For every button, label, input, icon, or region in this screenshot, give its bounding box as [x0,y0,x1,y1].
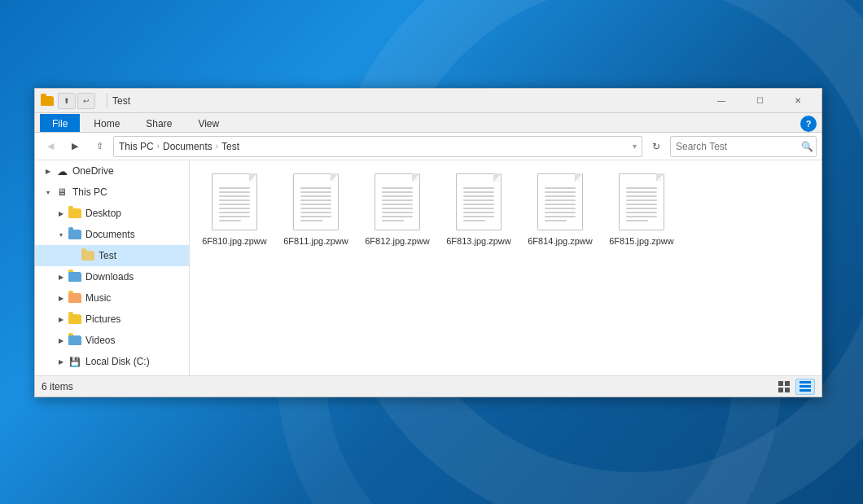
qa-undo-button[interactable]: ↩ [77,93,95,109]
toggle-desktop[interactable]: ▶ [55,207,68,220]
doc-fold-icon [331,173,339,182]
desktop-folder-icon [68,207,82,220]
sidebar-item-documents[interactable]: ▾ Documents [35,224,189,245]
breadcrumb-sep-1: › [157,142,160,151]
address-dropdown-icon[interactable]: ▾ [633,142,637,151]
breadcrumb-test[interactable]: Test [221,141,239,152]
back-button[interactable]: ◀ [40,136,61,157]
search-icon[interactable]: 🔍 [801,141,813,152]
main-content: ▶ ☁ OneDrive ▾ 🖥 This PC ▶ Des [35,160,821,375]
toggle-downloads[interactable]: ▶ [55,270,68,283]
doc-body [456,173,502,230]
file-name: 6F810.jpg.zpww [202,235,267,247]
doc-lines [545,187,576,224]
test-folder-icon [81,249,95,262]
breadcrumb-this-pc[interactable]: This PC [119,141,154,152]
doc-body [537,173,583,230]
sidebar-item-test[interactable]: ▶ Test [35,245,189,266]
doc-body [375,173,420,230]
list-view-button[interactable] [795,379,815,395]
quick-access-toolbar: ⬆ ↩ [58,93,95,109]
doc-lines [626,187,657,224]
doc-body [212,173,257,230]
sidebar-item-this-pc[interactable]: ▾ 🖥 This PC [35,182,189,203]
toggle-local-disk[interactable]: ▶ [55,355,68,368]
onedrive-icon: ☁ [55,164,69,177]
svg-rect-0 [778,381,783,386]
tab-view[interactable]: View [186,114,231,132]
up-button[interactable]: ⇧ [89,136,110,157]
close-button[interactable]: ✕ [779,89,817,113]
toggle-documents[interactable]: ▾ [55,228,68,241]
svg-rect-5 [799,385,811,388]
files-grid: 6F810.jpg.zpww 6F811.jpg.zpww [198,169,813,250]
tab-file[interactable]: File [40,114,80,132]
file-item[interactable]: 6F814.jpg.zpww [523,169,597,250]
downloads-label: Downloads [85,271,134,283]
maximize-button[interactable]: ☐ [741,89,778,113]
file-name: 6F811.jpg.zpww [283,235,348,247]
doc-icon [373,172,422,230]
toggle-onedrive[interactable]: ▶ [42,164,55,177]
file-item[interactable]: 6F810.jpg.zpww [198,169,271,250]
file-name: 6F812.jpg.zpww [365,235,430,247]
doc-icon [210,172,259,230]
doc-icon [454,172,503,230]
svg-rect-6 [799,389,811,392]
doc-icon [617,172,666,230]
svg-rect-2 [778,388,783,392]
doc-body [619,173,664,230]
toggle-this-pc[interactable]: ▾ [42,186,55,199]
toggle-pictures[interactable]: ▶ [55,313,68,326]
sidebar-item-downloads[interactable]: ▶ Downloads [35,266,189,287]
tab-home[interactable]: Home [81,114,132,132]
sidebar: ▶ ☁ OneDrive ▾ 🖥 This PC ▶ Des [35,160,190,375]
file-item[interactable]: 6F811.jpg.zpww [279,169,353,250]
forward-button[interactable]: ▶ [64,136,85,157]
sidebar-item-videos[interactable]: ▶ Videos [35,330,189,351]
search-box[interactable]: 🔍 [670,136,817,157]
sidebar-item-onedrive[interactable]: ▶ ☁ OneDrive [35,160,189,182]
window-title: Test [112,95,703,107]
file-item[interactable]: 6F812.jpg.zpww [361,169,434,250]
breadcrumb-documents[interactable]: Documents [163,141,212,152]
this-pc-label: This PC [72,186,107,198]
file-name: 6F814.jpg.zpww [528,235,593,247]
svg-rect-1 [785,381,790,386]
help-button[interactable]: ? [800,116,817,132]
videos-label: Videos [85,335,115,346]
pc-icon: 🖥 [55,186,69,199]
desktop-label: Desktop [85,208,121,219]
tab-share[interactable]: Share [134,114,184,132]
toggle-music[interactable]: ▶ [55,291,68,305]
sidebar-item-desktop[interactable]: ▶ Desktop [35,203,189,224]
refresh-button[interactable]: ↻ [646,136,667,157]
sidebar-item-music[interactable]: ▶ Music [35,287,189,309]
file-name: 6F813.jpg.zpww [446,235,511,247]
videos-folder-icon [68,334,82,347]
address-bar[interactable]: This PC › Documents › Test ▾ [113,136,642,157]
music-label: Music [85,292,111,304]
search-input[interactable] [676,141,798,152]
toggle-videos[interactable]: ▶ [55,334,68,347]
file-area: 6F810.jpg.zpww 6F811.jpg.zpww [190,160,821,375]
doc-lines [219,187,250,224]
sidebar-item-local-disk[interactable]: ▶ 💾 Local Disk (C:) [35,351,189,372]
status-item-count: 6 items [42,381,774,392]
folder-icon-title [40,94,55,108]
local-disk-icon: 💾 [68,355,82,368]
pictures-label: Pictures [85,313,120,325]
grid-view-button[interactable] [774,379,794,395]
qa-save-button[interactable]: ⬆ [58,93,76,109]
minimize-button[interactable]: — [703,89,740,113]
file-item[interactable]: 6F815.jpg.zpww [605,169,678,250]
test-label: Test [99,250,116,261]
view-buttons [774,379,815,395]
file-item[interactable]: 6F813.jpg.zpww [442,169,515,250]
doc-icon [536,172,585,230]
music-folder-icon [68,291,82,305]
explorer-window: ⬆ ↩ Test — ☐ ✕ File Home Share View ? ◀ … [34,88,822,397]
sidebar-item-pictures[interactable]: ▶ Pictures [35,309,189,330]
doc-lines [463,187,494,224]
documents-folder-icon [68,228,82,241]
